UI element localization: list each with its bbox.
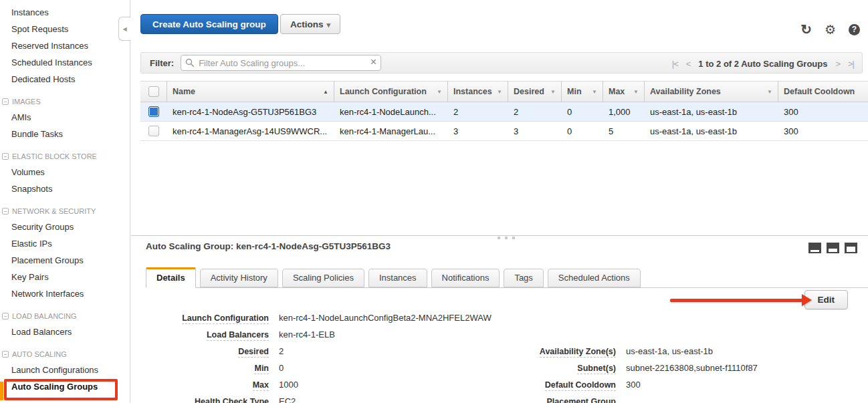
collapse-section-icon[interactable]: −: [2, 208, 9, 215]
sidebar-item-snapshots[interactable]: Snapshots: [0, 180, 130, 197]
detail-field: Placement Group: [432, 396, 758, 403]
column-header-min[interactable]: Min ▼: [562, 82, 603, 102]
cell-desired: 3: [508, 122, 562, 140]
clear-search-icon[interactable]: ×: [370, 56, 376, 68]
layout-bottom-large-icon[interactable]: [845, 243, 857, 253]
column-header-instances[interactable]: Instances ▼: [448, 82, 508, 102]
page-next-icon[interactable]: >: [835, 59, 840, 69]
tab-scheduled-actions[interactable]: Scheduled Actions: [548, 269, 641, 287]
page-last-icon[interactable]: >|: [848, 59, 854, 69]
tab-activity-history[interactable]: Activity History: [200, 269, 278, 287]
field-label: Min: [254, 364, 269, 374]
sidebar-item-reserved-instances[interactable]: Reserved Instances: [0, 37, 130, 54]
edit-button[interactable]: Edit: [804, 290, 849, 309]
sidebar-item-scheduled-instances[interactable]: Scheduled Instances: [0, 54, 130, 71]
table-row[interactable]: ken-rc4-1-NodeAsg-G5TU3P561BG3 ken-rc4-1…: [140, 102, 868, 122]
column-header-desired[interactable]: Desired ▼: [508, 82, 562, 102]
table-header: Name ▲ Launch Configuration ▼ Instances …: [140, 81, 868, 102]
cell-max: 1,000: [603, 102, 645, 121]
annotation-arrow: [670, 294, 812, 306]
refresh-icon[interactable]: ↻: [800, 21, 812, 37]
table-row[interactable]: ken-rc4-1-ManagerAsg-14US9WWCR... ken-rc…: [140, 122, 868, 141]
cell-name: ken-rc4-1-NodeAsg-G5TU3P561BG3: [167, 102, 334, 121]
sidebar-section-network-security: − NETWORK & SECURITY: [0, 204, 130, 219]
tab-scaling-policies[interactable]: Scaling Policies: [282, 269, 364, 287]
field-value: 0: [279, 363, 284, 373]
collapse-section-icon[interactable]: −: [2, 98, 9, 105]
sidebar-item-volumes[interactable]: Volumes: [0, 164, 130, 180]
row-checkbox[interactable]: [148, 106, 159, 117]
search-icon: [185, 58, 195, 68]
section-header-label: AUTO SCALING: [12, 347, 67, 362]
search-input[interactable]: [181, 55, 381, 71]
field-value: us-east-1a, us-east-1b: [626, 346, 713, 356]
collapse-section-icon[interactable]: −: [2, 351, 9, 358]
cell-azs: us-east-1a, us-east-1b: [645, 122, 778, 140]
tab-instances[interactable]: Instances: [368, 269, 427, 287]
actions-label: Actions: [290, 19, 324, 29]
actions-dropdown-button[interactable]: Actions▾: [280, 14, 340, 34]
cell-min: 0: [562, 102, 603, 121]
asg-table: Name ▲ Launch Configuration ▼ Instances …: [140, 81, 868, 141]
pane-resize-handle[interactable]: [498, 237, 515, 239]
sidebar: Instances Spot Requests Reserved Instanc…: [0, 0, 130, 403]
sidebar-item-instances[interactable]: Instances: [0, 4, 130, 21]
create-auto-scaling-group-button[interactable]: Create Auto Scaling group: [140, 14, 278, 34]
tab-notifications[interactable]: Notifications: [431, 269, 500, 287]
search-field-wrap: ×: [181, 55, 381, 71]
pane-divider: [131, 235, 868, 236]
pagination: |< < 1 to 2 of 2 Auto Scaling Groups > >…: [672, 53, 854, 74]
detail-field: Default Cooldown 300: [432, 380, 758, 396]
sidebar-item-bundle-tasks[interactable]: Bundle Tasks: [0, 126, 130, 142]
detail-tabs: Details Activity History Scaling Policie…: [146, 269, 868, 288]
help-icon[interactable]: ?: [849, 24, 860, 35]
column-header-default-cooldown[interactable]: Default Cooldown: [778, 82, 868, 102]
field-label: Default Cooldown: [545, 380, 616, 391]
sidebar-item-amis[interactable]: AMIs: [0, 109, 130, 126]
layout-bottom-small-icon[interactable]: [808, 243, 821, 253]
sidebar-item-load-balancers[interactable]: Load Balancers: [0, 323, 130, 340]
sort-icon: ▼: [437, 89, 442, 95]
layout-bottom-medium-icon[interactable]: [827, 243, 839, 253]
field-label: Subnet(s): [577, 364, 616, 374]
field-value: subnet-22163808,subnet-f1110f87: [626, 363, 758, 373]
detail-field: Subnet(s) subnet-22163808,subnet-f1110f8…: [432, 363, 758, 380]
collapse-section-icon[interactable]: −: [2, 153, 9, 160]
filter-bar: Filter: × |< < 1 to 2 of 2 Auto Scaling …: [140, 52, 863, 74]
sidebar-item-security-groups[interactable]: Security Groups: [0, 219, 130, 235]
column-label: Max: [609, 87, 625, 96]
column-header-max[interactable]: Max ▼: [603, 82, 645, 102]
sidebar-item-spot-requests[interactable]: Spot Requests: [0, 21, 130, 37]
section-header-label: IMAGES: [12, 94, 41, 109]
field-label: Availability Zone(s): [540, 347, 616, 358]
select-all-checkbox[interactable]: [148, 86, 159, 97]
page-first-icon[interactable]: |<: [672, 59, 678, 69]
column-header-launch-configuration[interactable]: Launch Configuration ▼: [334, 82, 448, 102]
sidebar-item-key-pairs[interactable]: Key Pairs: [0, 269, 130, 285]
tab-details[interactable]: Details: [146, 267, 196, 288]
column-header-name[interactable]: Name ▲: [167, 82, 334, 102]
sidebar-item-network-interfaces[interactable]: Network Interfaces: [0, 285, 130, 302]
sidebar-item-auto-scaling-groups[interactable]: Auto Scaling Groups: [0, 378, 130, 395]
gear-icon[interactable]: ⚙: [825, 22, 836, 37]
field-value: 1000: [279, 380, 298, 390]
selected-item-indicator-bar: [0, 382, 3, 400]
sidebar-item-elastic-ips[interactable]: Elastic IPs: [0, 235, 130, 252]
sort-icon: ▼: [550, 89, 556, 95]
column-header-availability-zones[interactable]: Availability Zones ▼: [645, 82, 778, 102]
tab-tags[interactable]: Tags: [504, 269, 543, 287]
field-value: 300: [626, 380, 641, 390]
sidebar-item-launch-configurations[interactable]: Launch Configurations: [0, 362, 130, 378]
sidebar-collapse-toggle[interactable]: ◀: [118, 17, 131, 41]
sidebar-item-placement-groups[interactable]: Placement Groups: [0, 252, 130, 269]
sidebar-section-images: − IMAGES: [0, 94, 130, 109]
field-label: Health Check Type: [195, 397, 269, 403]
page-prev-icon[interactable]: <: [686, 59, 691, 69]
sidebar-item-dedicated-hosts[interactable]: Dedicated Hosts: [0, 71, 130, 88]
toolbar-right-icons: ↻ ⚙ ?: [800, 21, 860, 37]
section-header-label: NETWORK & SECURITY: [12, 204, 96, 219]
cell-cooldown: 300: [778, 122, 868, 140]
row-checkbox[interactable]: [148, 126, 159, 136]
collapse-section-icon[interactable]: −: [2, 313, 9, 319]
sort-asc-icon: ▲: [323, 89, 328, 95]
